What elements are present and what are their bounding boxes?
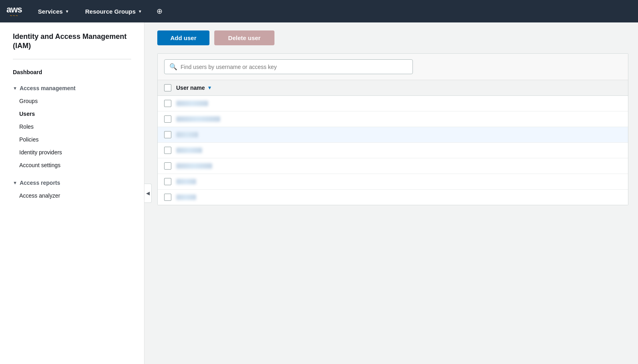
username-cell xyxy=(176,148,202,153)
search-input[interactable] xyxy=(181,64,408,70)
resource-groups-label: Resource Groups xyxy=(85,8,136,15)
search-icon: 🔍 xyxy=(169,63,177,71)
table-header: User name ▼ xyxy=(158,80,628,96)
resource-groups-caret-icon: ▼ xyxy=(138,9,142,14)
aws-logo-text: aws xyxy=(6,5,22,14)
access-analyzer-label: Access analyzer xyxy=(19,192,60,199)
access-management-label: Access management xyxy=(20,85,75,91)
table-row xyxy=(158,127,628,143)
users-table-container: 🔍 User name ▼ xyxy=(157,53,628,205)
sidebar-item-access-analyzer[interactable]: Access analyzer xyxy=(13,189,144,202)
pin-icon: ⊕ xyxy=(156,7,163,16)
services-label: Services xyxy=(38,8,63,15)
username-cell xyxy=(176,179,196,184)
services-menu-button[interactable]: Services ▼ xyxy=(35,6,73,17)
row-checkbox[interactable] xyxy=(164,162,171,170)
page-layout: Identity and Access Management (IAM) Das… xyxy=(0,22,638,364)
sidebar: Identity and Access Management (IAM) Das… xyxy=(0,22,144,364)
table-row xyxy=(158,143,628,158)
select-all-checkbox[interactable] xyxy=(164,84,171,91)
username-cell xyxy=(176,163,212,169)
row-checkbox[interactable] xyxy=(164,194,171,201)
identity-providers-label: Identity providers xyxy=(19,149,62,156)
sidebar-item-account-settings[interactable]: Account settings xyxy=(13,159,144,172)
sidebar-item-groups[interactable]: Groups xyxy=(13,95,144,107)
username-col-label: User name xyxy=(176,85,205,91)
sidebar-item-identity-providers[interactable]: Identity providers xyxy=(13,146,144,159)
sidebar-section-access-reports[interactable]: ▼ Access reports xyxy=(13,176,144,189)
access-management-caret-icon: ▼ xyxy=(13,86,17,91)
username-cell xyxy=(176,116,220,122)
sort-icon: ▼ xyxy=(207,85,212,91)
row-checkbox[interactable] xyxy=(164,178,171,185)
access-reports-caret-icon: ▼ xyxy=(13,180,17,185)
policies-label: Policies xyxy=(19,136,39,143)
table-row xyxy=(158,96,628,111)
sidebar-item-users[interactable]: Users xyxy=(13,107,144,120)
dashboard-label: Dashboard xyxy=(13,69,42,75)
services-caret-icon: ▼ xyxy=(65,9,69,14)
delete-user-button[interactable]: Delete user xyxy=(214,30,274,45)
sidebar-item-roles[interactable]: Roles xyxy=(13,120,144,133)
table-row xyxy=(158,190,628,205)
row-checkbox[interactable] xyxy=(164,131,171,138)
sidebar-section-access-management[interactable]: ▼ Access management xyxy=(13,82,144,95)
username-cell xyxy=(176,194,196,200)
resource-groups-menu-button[interactable]: Resource Groups ▼ xyxy=(82,6,145,17)
username-column-header[interactable]: User name ▼ xyxy=(176,85,212,91)
search-input-wrapper: 🔍 xyxy=(164,59,413,74)
roles-label: Roles xyxy=(19,123,34,130)
table-row xyxy=(158,174,628,190)
row-checkbox[interactable] xyxy=(164,147,171,154)
main-content: ◀ Add user Delete user 🔍 xyxy=(144,22,638,364)
table-row xyxy=(158,158,628,174)
sidebar-divider xyxy=(13,59,131,59)
access-reports-label: Access reports xyxy=(20,180,60,186)
collapse-icon: ◀ xyxy=(146,190,150,196)
account-settings-label: Account settings xyxy=(19,162,61,168)
sidebar-item-policies[interactable]: Policies xyxy=(13,133,144,146)
row-checkbox[interactable] xyxy=(164,115,171,123)
search-bar: 🔍 xyxy=(158,54,628,80)
aws-logo: aws ~~~ xyxy=(6,5,22,18)
aws-smile-icon: ~~~ xyxy=(10,14,18,18)
top-navigation: aws ~~~ Services ▼ Resource Groups ▼ ⊕ xyxy=(0,0,638,22)
add-user-button[interactable]: Add user xyxy=(157,30,209,45)
content-area: Add user Delete user 🔍 User name xyxy=(144,22,638,213)
row-checkbox[interactable] xyxy=(164,100,171,107)
users-label: Users xyxy=(19,111,35,117)
sidebar-collapse-button[interactable]: ◀ xyxy=(144,184,152,203)
table-row xyxy=(158,111,628,127)
sidebar-item-dashboard[interactable]: Dashboard xyxy=(13,66,144,79)
username-cell xyxy=(176,101,208,106)
action-buttons: Add user Delete user xyxy=(157,30,628,45)
groups-label: Groups xyxy=(19,98,38,104)
username-cell xyxy=(176,132,198,138)
sidebar-title: Identity and Access Management (IAM) xyxy=(13,32,144,51)
